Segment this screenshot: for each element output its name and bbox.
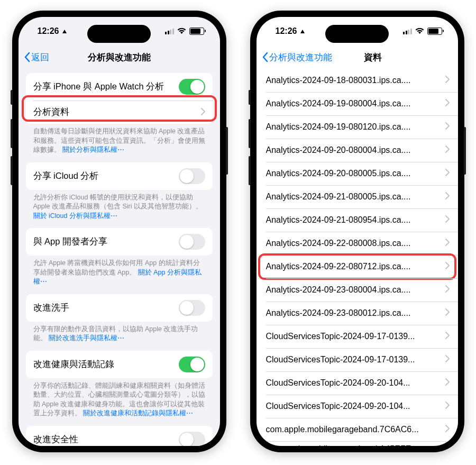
footnote-3: 允許 Apple 將當機資料以及你如何用 App 的統計資料分享給開發者來協助他…: [19, 256, 220, 294]
row-improve-health[interactable]: 改進健康與活動記錄: [26, 351, 213, 378]
toggle-improve-safety[interactable]: [179, 432, 205, 446]
row-label: 改進洗手: [33, 302, 69, 314]
analytics-file-row[interactable]: Analytics-2024-09-22-080008.ips.ca....: [257, 232, 458, 255]
toggle-improve-handwash[interactable]: [179, 300, 205, 316]
location-arrow-icon: [62, 30, 67, 33]
volume-up: [249, 119, 251, 148]
row-improve-safety[interactable]: 改進安全性: [26, 426, 213, 446]
file-name: CloudServicesTopic-2024-09-17-0139...: [266, 355, 415, 364]
nav-bar: 分析與改進功能 資料: [257, 45, 458, 69]
row-label: 分享 iCloud 分析: [33, 170, 99, 182]
screen-left: 12:26 返回 分析與改進功能: [19, 17, 220, 446]
file-name: Analytics-2024-09-23-080012.ips.ca....: [266, 308, 411, 318]
analytics-file-row[interactable]: Analytics-2024-09-21-080954.ips.ca....: [257, 208, 458, 232]
analytics-file-row[interactable]: CloudServicesTopic-2024-09-20-104...: [257, 395, 458, 418]
analytics-file-row[interactable]: Analytics-2024-09-22-080712.ips.ca....: [257, 255, 458, 278]
dynamic-island: [325, 25, 389, 43]
chevron-right-icon: [445, 402, 450, 411]
chevron-left-icon: [262, 52, 268, 62]
chevron-right-icon: [445, 169, 450, 178]
chevron-right-icon: [445, 308, 450, 318]
row-analytics-data[interactable]: 分析資料: [26, 101, 213, 124]
power-button: [226, 127, 228, 175]
iphone-frame-right: 12:26 分析與改進功能 資料 Analytics-2024-0: [250, 11, 464, 452]
chevron-right-icon: [445, 76, 450, 85]
analytics-file-row[interactable]: CloudServicesTopic-2024-09-20-104...: [257, 371, 458, 395]
row-label: 分享 iPhone 與 Apple Watch 分析: [33, 81, 164, 93]
analytics-file-row[interactable]: Analytics-2024-09-19-080004.ips.ca....: [257, 92, 458, 115]
chevron-right-icon: [445, 444, 450, 446]
cellular-signal-icon: [165, 29, 174, 34]
cellular-signal-icon: [403, 29, 412, 34]
back-label: 返回: [31, 51, 49, 63]
mute-switch: [11, 90, 13, 105]
analytics-file-row[interactable]: Analytics-2024-09-18-080031.ips.ca....: [257, 69, 458, 92]
link-handwash-privacy[interactable]: 關於改進洗手與隱私權⋯: [49, 334, 124, 342]
link-icloud-privacy[interactable]: 關於 iCloud 分析與隱私權⋯: [33, 212, 117, 220]
chevron-right-icon: [445, 332, 450, 341]
file-name: Analytics-2024-09-21-080954.ips.ca....: [266, 215, 411, 225]
toggle-share-dev[interactable]: [179, 234, 205, 250]
chevron-left-icon: [24, 52, 30, 62]
back-button[interactable]: 分析與改進功能: [262, 51, 332, 63]
link-health-privacy[interactable]: 關於改進健康和活動記錄與隱私權⋯: [83, 409, 193, 417]
row-improve-handwash[interactable]: 改進洗手: [26, 294, 213, 322]
analytics-file-row[interactable]: Analytics-2024-09-19-080120.ips.ca....: [257, 115, 458, 139]
back-button[interactable]: 返回: [24, 51, 49, 63]
file-name: Analytics-2024-09-19-080004.ips.ca....: [266, 99, 411, 108]
settings-content[interactable]: 分享 iPhone 與 Apple Watch 分析 分析資料 自動傳送每日診斷…: [19, 69, 220, 446]
analytics-file-row[interactable]: Analytics-2024-09-20-080005.ips.ca....: [257, 162, 458, 185]
chevron-right-icon: [445, 99, 450, 108]
chevron-right-icon: [445, 145, 450, 155]
footnote-2: 允許分析你 iCloud 帳號的使用狀況和資料，以便協助 Apple 改進產品和…: [19, 190, 220, 229]
volume-down: [249, 156, 251, 185]
file-name: com.apple.mobilegarageband.A45EFE...: [266, 444, 418, 446]
row-share-icloud-analytics[interactable]: 分享 iCloud 分析: [26, 162, 213, 190]
row-label: 改進健康與活動記錄: [33, 359, 114, 370]
file-name: Analytics-2024-09-20-080005.ips.ca....: [266, 169, 411, 178]
toggle-improve-health[interactable]: [179, 357, 205, 372]
battery-icon: [189, 28, 204, 35]
analytics-file-row[interactable]: CloudServicesTopic-2024-09-17-0139...: [257, 348, 458, 371]
footnote-4: 分享有限的動作及音訊資料，以協助 Apple 改進洗手功能。 關於改進洗手與隱私…: [19, 322, 220, 351]
chevron-right-icon: [201, 107, 205, 117]
chevron-right-icon: [445, 285, 450, 295]
status-time: 12:26: [276, 26, 297, 36]
analytics-file-row[interactable]: Analytics-2024-09-23-080004.ips.ca....: [257, 278, 458, 302]
row-share-iphone-analytics[interactable]: 分享 iPhone 與 Apple Watch 分析: [26, 73, 213, 101]
analytics-file-list[interactable]: Analytics-2024-09-18-080031.ips.ca....An…: [257, 69, 458, 446]
file-name: com.apple.mobilegarageband.7C6AC6...: [266, 425, 419, 434]
analytics-file-row[interactable]: com.apple.mobilegarageband.A45EFE...: [257, 441, 458, 446]
link-analytics-privacy[interactable]: 關於分析與隱私權⋯: [62, 146, 124, 153]
row-label: 改進安全性: [33, 434, 78, 445]
analytics-file-row[interactable]: Analytics-2024-09-21-080005.ips.ca....: [257, 185, 458, 208]
toggle-share-icloud[interactable]: [179, 168, 205, 184]
chevron-right-icon: [445, 215, 450, 225]
analytics-file-row[interactable]: com.apple.mobilegarageband.7C6AC6...: [257, 418, 458, 441]
file-name: CloudServicesTopic-2024-09-20-104...: [266, 402, 410, 411]
footnote-1: 自動傳送每日診斷與使用狀況資料來協助 Apple 改進產品和服務。這些資料可能包…: [19, 124, 220, 162]
page-title: 分析與改進功能: [88, 51, 151, 63]
chevron-right-icon: [445, 355, 450, 364]
power-button: [464, 127, 466, 175]
file-name: Analytics-2024-09-22-080712.ips.ca....: [266, 262, 411, 271]
nav-bar: 返回 分析與改進功能: [19, 45, 220, 69]
file-name: Analytics-2024-09-22-080008.ips.ca....: [266, 239, 411, 248]
chevron-right-icon: [445, 122, 450, 132]
screen-right: 12:26 分析與改進功能 資料 Analytics-2024-0: [257, 17, 458, 446]
back-label: 分析與改進功能: [269, 51, 332, 63]
chevron-right-icon: [445, 192, 450, 202]
footnote-5: 分享你的活動記錄、體能訓練和健康相關資料（如身體活動量、大約位置、心臟相關測量或…: [19, 378, 220, 426]
row-share-with-developers[interactable]: 與 App 開發者分享: [26, 228, 213, 256]
file-name: Analytics-2024-09-19-080120.ips.ca....: [266, 122, 411, 132]
analytics-file-row[interactable]: CloudServicesTopic-2024-09-17-0139...: [257, 325, 458, 348]
chevron-right-icon: [445, 262, 450, 271]
mute-switch: [249, 90, 251, 105]
file-name: CloudServicesTopic-2024-09-20-104...: [266, 378, 410, 388]
analytics-file-row[interactable]: Analytics-2024-09-20-080004.ips.ca....: [257, 139, 458, 162]
file-name: Analytics-2024-09-21-080005.ips.ca....: [266, 192, 411, 202]
row-label: 分析資料: [33, 106, 69, 118]
toggle-share-iphone[interactable]: [179, 79, 205, 95]
chevron-right-icon: [445, 378, 450, 388]
analytics-file-row[interactable]: Analytics-2024-09-23-080012.ips.ca....: [257, 302, 458, 325]
